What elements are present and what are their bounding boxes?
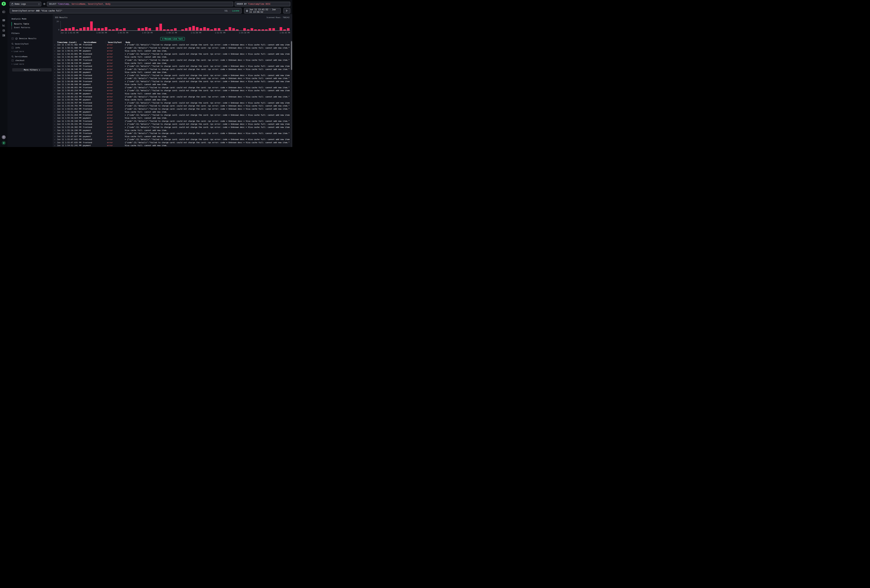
- user-avatar[interactable]: U: [2, 141, 6, 145]
- log-row[interactable]: ›Jun 11 1:56:03.252 PMfrontenderror{"cod…: [53, 95, 290, 98]
- row-expand-chevron[interactable]: ›: [54, 68, 57, 70]
- row-expand-chevron[interactable]: ›: [54, 47, 57, 49]
- line-chart-icon[interactable]: [3, 24, 5, 27]
- row-expand-chevron[interactable]: ›: [54, 129, 57, 131]
- log-row[interactable]: ›Jun 11 1:55:39.331 PMfrontenderror× {"c…: [53, 123, 290, 126]
- col-header-timestamp[interactable]: Timestamp (Local): [57, 41, 83, 43]
- filter-option-info[interactable]: info: [12, 46, 53, 49]
- row-expand-chevron[interactable]: ›: [54, 138, 57, 141]
- filter-group-severitytext[interactable]: SeverityText: [12, 42, 53, 46]
- col-header-severitytext[interactable]: ⋮SeverityText: [107, 41, 125, 43]
- log-row[interactable]: ›Jun 11 1:55:51.448 PMpaymenterrorVisa c…: [53, 110, 290, 114]
- row-expand-chevron[interactable]: ›: [54, 105, 57, 107]
- select-columns-input[interactable]: SELECT Timestamp, ServiceName, SeverityT…: [47, 2, 233, 6]
- log-row[interactable]: ›Jun 11 1:55:59.765 PMfrontenderror{"cod…: [53, 104, 290, 107]
- row-expand-chevron[interactable]: ›: [54, 99, 57, 101]
- log-row[interactable]: ›Jun 11 1:56:51.980 PMfrontenderror{"cod…: [53, 46, 290, 49]
- row-expand-chevron[interactable]: ›: [54, 44, 57, 46]
- time-range-picker[interactable]: Jun 11 13:41:52 - Jun 11 13:56:52: [244, 8, 281, 13]
- log-row[interactable]: ›Jun 11 1:55:39.330 PMfrontenderror{"cod…: [53, 120, 290, 123]
- log-row[interactable]: ›Jun 11 1:55:59.767 PMfrontenderror× {"c…: [53, 101, 290, 104]
- load-more-servicename[interactable]: ∨ Load more: [12, 62, 53, 66]
- row-expand-chevron[interactable]: ›: [54, 62, 57, 64]
- log-row[interactable]: ›Jun 11 1:56:03.248 PMpaymenterrorVisa c…: [53, 92, 290, 95]
- log-row[interactable]: ›Jun 11 1:55:51.452 PMfrontenderror{"cod…: [53, 107, 290, 110]
- denoise-checkbox[interactable]: [12, 37, 14, 40]
- row-expand-chevron[interactable]: ›: [54, 89, 57, 92]
- log-row[interactable]: ›Jun 11 1:56:38.542 PMfrontenderror× {"c…: [53, 65, 290, 68]
- row-expand-chevron[interactable]: ›: [54, 92, 57, 95]
- more-filters-button[interactable]: More filters ∨: [12, 68, 52, 71]
- log-row[interactable]: ›Jun 11 1:56:42.999 PMfrontenderror{"cod…: [53, 59, 290, 62]
- mode-results-table[interactable]: Results Table: [12, 22, 53, 26]
- scrollbar-thumb[interactable]: [291, 41, 292, 70]
- log-row[interactable]: ›Jun 11 1:56:08.948 PMpaymenterrorVisa c…: [53, 83, 290, 86]
- table-scrollbar[interactable]: [291, 40, 292, 147]
- run-query-button[interactable]: [283, 8, 290, 13]
- log-row[interactable]: ›Jun 11 1:56:38.540 PMfrontenderror{"cod…: [53, 68, 290, 71]
- load-more-severitytext[interactable]: ∨ Load more: [12, 49, 53, 53]
- log-row[interactable]: ›Jun 11 1:55:39.324 PMpaymenterrorVisa c…: [53, 116, 290, 120]
- row-expand-chevron[interactable]: ›: [54, 53, 57, 55]
- row-expand-chevron[interactable]: ›: [54, 132, 57, 135]
- log-row[interactable]: ›Jun 11 1:56:43.001 PMfrontenderror× {"c…: [53, 52, 290, 56]
- checkout-checkbox[interactable]: [12, 59, 14, 62]
- log-row[interactable]: ›Jun 11 1:55:51.454 PMfrontenderror× {"c…: [53, 114, 290, 117]
- log-row[interactable]: ›Jun 11 1:56:32.849 PMfrontenderror× {"c…: [53, 74, 290, 77]
- col-header-body[interactable]: ⋮Body: [125, 41, 290, 43]
- source-settings-gear-icon[interactable]: ⚙: [42, 2, 47, 6]
- row-expand-chevron[interactable]: ›: [54, 71, 57, 74]
- log-row[interactable]: ›Jun 11 1:56:38.534 PMpaymenterrorVisa c…: [53, 62, 290, 65]
- log-row[interactable]: ›Jun 11 1:56:32.848 PMfrontenderror{"cod…: [53, 77, 290, 80]
- resume-live-tail-button[interactable]: Resume Live Tail: [160, 37, 185, 41]
- row-expand-chevron[interactable]: ›: [54, 114, 57, 116]
- log-row[interactable]: ›Jun 11 1:56:03.254 PMfrontenderror× {"c…: [53, 89, 290, 92]
- log-row[interactable]: ›Jun 11 1:56:51.982 PMfrontenderror× {"c…: [53, 43, 290, 46]
- row-expand-chevron[interactable]: ›: [54, 86, 57, 89]
- log-row[interactable]: ›Jun 11 1:55:16.296 PMpaymenterrorVisa c…: [53, 129, 290, 132]
- log-row[interactable]: ›Jun 11 1:55:07.835 PMfrontenderror{"cod…: [53, 141, 290, 144]
- panel-toggle-icon[interactable]: [3, 10, 5, 13]
- row-expand-chevron[interactable]: ›: [54, 108, 57, 110]
- row-expand-chevron[interactable]: ›: [54, 111, 57, 113]
- row-expand-chevron[interactable]: ›: [54, 135, 57, 138]
- row-expand-chevron[interactable]: ›: [54, 65, 57, 67]
- row-expand-chevron[interactable]: ›: [54, 77, 57, 80]
- log-row[interactable]: ›Jun 11 1:56:32.843 PMpaymenterrorVisa c…: [53, 71, 290, 74]
- log-row[interactable]: ›Jun 11 1:55:59.760 PMpaymenterrorVisa c…: [53, 98, 290, 101]
- dashboard-grid-icon[interactable]: [3, 34, 5, 37]
- row-expand-chevron[interactable]: ›: [54, 120, 57, 122]
- sql-toggle[interactable]: SQL: [225, 10, 228, 12]
- denoise-results-filter[interactable]: Denoise Results: [12, 37, 53, 40]
- row-expand-chevron[interactable]: ›: [54, 126, 57, 128]
- row-expand-chevron[interactable]: ›: [54, 80, 57, 83]
- row-expand-chevron[interactable]: ›: [54, 101, 57, 104]
- row-expand-chevron[interactable]: ›: [54, 117, 57, 119]
- column-resize-handle[interactable]: ⋮: [80, 41, 82, 43]
- column-resize-handle[interactable]: ⋮: [104, 41, 106, 43]
- row-expand-chevron[interactable]: ›: [54, 141, 57, 144]
- query-language-toggle[interactable]: SQL | Lucene: [225, 10, 239, 12]
- row-expand-chevron[interactable]: ›: [54, 95, 57, 98]
- row-expand-chevron[interactable]: ›: [54, 56, 57, 58]
- lucene-toggle[interactable]: Lucene: [232, 10, 239, 12]
- col-header-servicename[interactable]: ⋮ServiceName: [83, 41, 107, 43]
- row-expand-chevron[interactable]: ›: [54, 59, 57, 61]
- source-select[interactable]: Demo Logs: [10, 2, 41, 6]
- log-row[interactable]: ›Jun 11 1:55:16.300 PMfrontenderror{"cod…: [53, 132, 290, 135]
- row-expand-chevron[interactable]: ›: [54, 123, 57, 125]
- log-row[interactable]: ›Jun 11 1:56:51.975 PMpaymenterrorVisa c…: [53, 49, 290, 52]
- mode-event-patterns[interactable]: Event Patterns: [12, 26, 53, 30]
- log-row[interactable]: ›Jun 11 1:55:16.302 PMfrontenderror× {"c…: [53, 126, 290, 129]
- log-row[interactable]: ›Jun 11 1:55:07.841 PMfrontenderror× {"c…: [53, 138, 290, 141]
- logs-icon[interactable]: [3, 19, 5, 22]
- row-expand-chevron[interactable]: ›: [54, 50, 57, 52]
- filter-option-checkout[interactable]: checkout: [12, 58, 53, 62]
- search-query-input[interactable]: SeverityText:error AND "Visa cache full"…: [10, 8, 241, 13]
- app-logo-icon[interactable]: [2, 1, 6, 6]
- row-expand-chevron[interactable]: ›: [54, 74, 57, 77]
- log-histogram[interactable]: [61, 21, 290, 30]
- order-by-input[interactable]: ORDER BY TimestampTime DESC: [235, 2, 290, 6]
- log-row[interactable]: ›Jun 11 1:55:07.827 PMpaymenterrorVisa c…: [53, 135, 290, 138]
- row-expand-chevron[interactable]: ›: [54, 144, 57, 147]
